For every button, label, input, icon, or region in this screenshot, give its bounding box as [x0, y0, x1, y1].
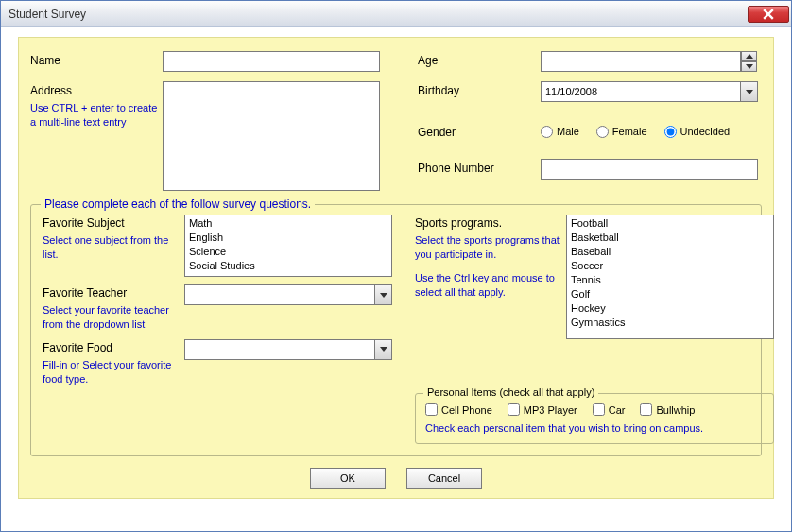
- fav-food-dropdown-button[interactable]: [374, 340, 391, 359]
- check-car[interactable]: Car: [593, 403, 626, 416]
- age-label: Age: [418, 51, 541, 67]
- list-item[interactable]: Football: [569, 216, 771, 231]
- fav-teacher-label: Favorite Teacher: [43, 284, 184, 300]
- fav-food-block: Favorite Food Fill-in or Select your fav…: [43, 339, 184, 386]
- fav-food-input[interactable]: [184, 339, 392, 360]
- titlebar: Student Survey: [1, 1, 791, 27]
- sports-label: Sports programs.: [415, 215, 566, 230]
- name-input[interactable]: [163, 51, 380, 72]
- list-item[interactable]: Basketball: [569, 231, 771, 245]
- list-item[interactable]: Science: [187, 245, 389, 259]
- age-spin-up[interactable]: [741, 51, 757, 61]
- age-input[interactable]: [541, 51, 741, 72]
- list-item[interactable]: English: [187, 231, 389, 245]
- fav-teacher-input[interactable]: [184, 284, 392, 305]
- sports-block: Sports programs. Select the sports progr…: [415, 215, 566, 386]
- sports-hint-1: Select the sports programs that you part…: [415, 233, 566, 262]
- sports-hint-2: Use the Ctrl key and mouse to select all…: [415, 271, 566, 300]
- list-item[interactable]: Tennis: [569, 273, 771, 287]
- chevron-down-icon: [746, 90, 753, 94]
- window-title: Student Survey: [9, 8, 86, 21]
- birthday-input[interactable]: [541, 81, 758, 102]
- fav-food-label: Favorite Food: [43, 339, 184, 354]
- sports-listbox[interactable]: Football Basketball Baseball Soccer Tenn…: [566, 215, 774, 339]
- chevron-down-icon: [380, 347, 387, 352]
- list-item[interactable]: Soccer: [569, 259, 771, 273]
- chevron-down-icon: [746, 64, 753, 69]
- list-item[interactable]: Math: [187, 216, 389, 231]
- check-cell-phone[interactable]: Cell Phone: [425, 403, 492, 416]
- address-input[interactable]: [163, 81, 380, 191]
- cancel-button[interactable]: Cancel: [406, 468, 482, 489]
- ok-button[interactable]: OK: [310, 468, 386, 489]
- personal-items-fieldset: Personal Items (check all that apply) Ce…: [415, 393, 774, 444]
- chevron-down-icon: [380, 293, 387, 298]
- fav-subject-listbox[interactable]: Math English Science Social Studies: [184, 215, 392, 277]
- check-mp3-player[interactable]: MP3 Player: [508, 403, 577, 416]
- fav-teacher-combo: [184, 284, 392, 305]
- list-item[interactable]: Baseball: [569, 245, 771, 259]
- fav-subject-hint: Select one subject from the list.: [43, 233, 184, 262]
- list-item[interactable]: Gymnastics: [569, 316, 771, 330]
- gender-radio-undecided[interactable]: Undecided: [664, 126, 731, 138]
- address-hint: Use CTRL + enter to create a multi-line …: [30, 101, 163, 129]
- survey-fieldset: Please complete each of the follow surve…: [30, 204, 762, 456]
- personal-items-row: Cell Phone MP3 Player Car Bullwhip: [425, 403, 764, 416]
- check-bullwhip[interactable]: Bullwhip: [640, 403, 695, 416]
- chevron-up-icon: [746, 54, 753, 59]
- birthday-dropdown-button[interactable]: [740, 82, 757, 101]
- gender-label: Gender: [418, 123, 541, 139]
- fav-teacher-hint: Select your favorite teacher from the dr…: [43, 303, 184, 332]
- fav-subject-block: Favorite Subject Select one subject from…: [43, 215, 184, 277]
- personal-items-hint: Check each personal item that you wish t…: [425, 421, 764, 436]
- fav-food-combo: [184, 339, 392, 360]
- personal-items-legend: Personal Items (check all that apply): [423, 386, 598, 398]
- list-item[interactable]: Golf: [569, 287, 771, 301]
- close-button[interactable]: [748, 6, 789, 23]
- age-spin-down[interactable]: [741, 61, 757, 72]
- name-label: Name: [30, 51, 163, 67]
- survey-grid: Favorite Subject Select one subject from…: [43, 215, 749, 444]
- address-label: Address: [30, 81, 163, 97]
- list-item[interactable]: Social Studies: [187, 259, 389, 273]
- top-grid: Name Age Address Use CTRL + enter to cre…: [30, 51, 762, 191]
- gender-radio-female[interactable]: Female: [596, 126, 647, 138]
- client-area: Name Age Address Use CTRL + enter to cre…: [1, 27, 791, 510]
- survey-legend: Please complete each of the follow surve…: [41, 197, 315, 211]
- list-item[interactable]: Hockey: [569, 301, 771, 316]
- birthday-label: Birthday: [418, 81, 541, 97]
- fav-teacher-dropdown-button[interactable]: [374, 285, 391, 304]
- form-panel: Name Age Address Use CTRL + enter to cre…: [18, 37, 774, 499]
- fav-teacher-block: Favorite Teacher Select your favorite te…: [43, 284, 184, 332]
- fav-subject-label: Favorite Subject: [43, 215, 184, 230]
- gender-radio-group: Male Female Undecided: [541, 123, 758, 138]
- close-icon: [763, 9, 774, 20]
- birthday-combo: [541, 81, 758, 102]
- window: Student Survey Name Age: [0, 0, 792, 532]
- gender-radio-male[interactable]: Male: [541, 126, 579, 138]
- age-spinner: [541, 51, 758, 72]
- phone-input[interactable]: [541, 159, 758, 180]
- button-row: OK Cancel: [30, 468, 762, 489]
- address-block: Address Use CTRL + enter to create a mul…: [30, 81, 163, 129]
- phone-label: Phone Number: [418, 159, 541, 175]
- fav-food-hint: Fill-in or Select your favorite food typ…: [43, 358, 184, 386]
